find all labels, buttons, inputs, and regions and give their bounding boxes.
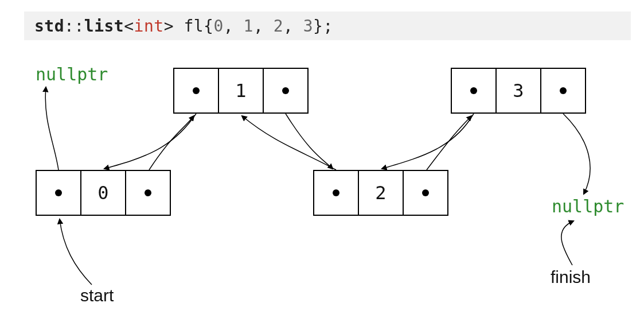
- node-2: 2: [313, 170, 448, 216]
- node-0-next: [125, 171, 170, 215]
- pointer-dot-icon: [282, 87, 289, 94]
- pointer-dot-icon: [422, 189, 429, 196]
- arrow-0-prev-null: [45, 87, 58, 170]
- node-2-next: [403, 171, 447, 215]
- tok-brace-close: }: [313, 17, 323, 36]
- label-nullptr-right: nullptr: [552, 196, 624, 216]
- node-1-prev: [174, 69, 218, 112]
- node-3: 3: [451, 68, 586, 114]
- code-declaration: std :: list < int > fl { 0 , 1 , 2 , 3 }…: [24, 11, 631, 40]
- tok-space: [174, 17, 184, 36]
- tok-v0: 0: [213, 17, 223, 36]
- node-3-prev: [452, 69, 495, 112]
- tok-comma2: ,: [253, 17, 274, 36]
- tok-lt: <: [124, 17, 134, 36]
- arrow-finish: [561, 221, 573, 265]
- tok-semi: ;: [323, 17, 333, 36]
- arrow-2-next-3: [427, 116, 471, 170]
- pointer-dot-icon: [193, 87, 200, 94]
- node-2-value: 2: [358, 171, 403, 215]
- tok-scope: ::: [64, 17, 84, 36]
- tok-comma3: ,: [283, 17, 303, 36]
- tok-v3: 3: [303, 17, 313, 36]
- label-start: start: [80, 286, 114, 305]
- node-0-prev: [37, 171, 80, 215]
- tok-container: list: [84, 17, 124, 36]
- arrow-3-prev-2: [382, 114, 474, 169]
- arrow-2-prev-1: [242, 116, 336, 170]
- pointer-dot-icon: [145, 189, 151, 196]
- node-3-value: 3: [495, 69, 540, 112]
- node-1-next: [263, 69, 307, 112]
- pointer-dot-icon: [333, 189, 339, 196]
- node-3-next: [540, 69, 585, 112]
- tok-comma1: ,: [224, 17, 244, 36]
- arrows-layer: [0, 0, 644, 326]
- arrow-0-next-1: [149, 116, 194, 170]
- node-2-prev: [314, 171, 358, 215]
- tok-v1: 1: [244, 17, 253, 36]
- tok-ident: fl: [184, 17, 204, 36]
- pointer-dot-icon: [470, 87, 477, 94]
- arrow-start: [60, 219, 92, 285]
- pointer-dot-icon: [55, 189, 62, 196]
- node-1: 1: [173, 68, 309, 114]
- tok-type: int: [134, 17, 164, 36]
- arrow-3-next-null: [563, 114, 590, 194]
- tok-v2: 2: [274, 17, 283, 36]
- node-1-value: 1: [218, 69, 263, 112]
- label-nullptr-left: nullptr: [36, 64, 108, 84]
- tok-brace-open: {: [204, 17, 213, 36]
- node-0-value: 0: [80, 171, 125, 215]
- node-0: 0: [36, 170, 171, 216]
- label-finish: finish: [551, 267, 591, 287]
- arrow-1-next-2: [286, 114, 333, 169]
- tok-namespace: std: [34, 17, 64, 36]
- tok-gt: >: [164, 17, 174, 36]
- arrow-1-prev-0: [104, 114, 196, 169]
- pointer-dot-icon: [560, 87, 567, 94]
